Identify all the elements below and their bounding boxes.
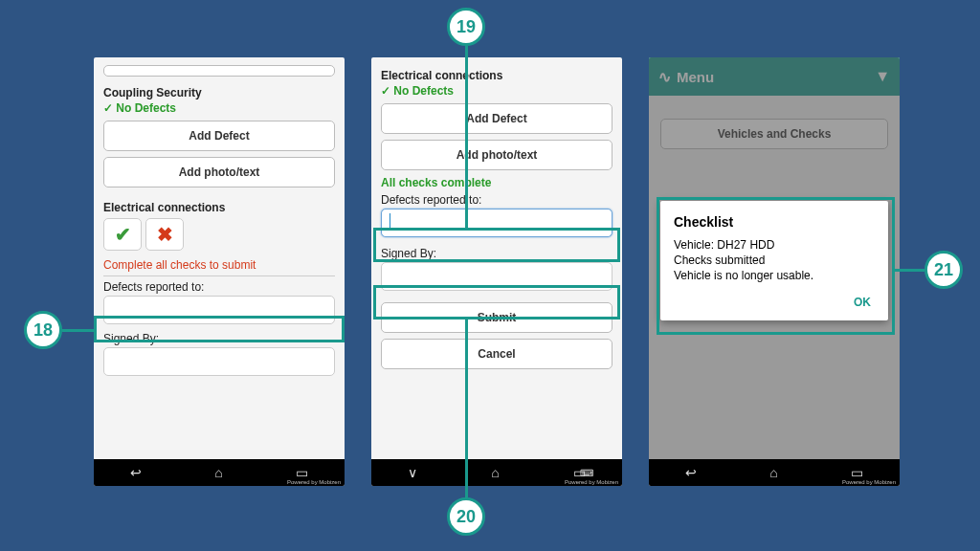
- add-defect-button[interactable]: Add Defect: [381, 103, 612, 134]
- back-icon[interactable]: ↩: [685, 465, 697, 480]
- no-defects-label: No Defects: [103, 101, 335, 115]
- dialog-line-unusable: Vehicle is no longer usable.: [674, 268, 875, 283]
- powered-by-label: Powered by Mobizen: [287, 479, 341, 485]
- incomplete-warning: Complete all checks to submit: [103, 258, 335, 272]
- signed-by-label: Signed By:: [103, 332, 335, 345]
- phone-screenshot-1: Coupling Security No Defects Add Defect …: [94, 57, 345, 486]
- defects-reported-label: Defects reported to:: [381, 193, 612, 207]
- defects-reported-input[interactable]: [103, 296, 335, 324]
- callout-connector-21: [895, 269, 924, 272]
- text-cursor: [390, 213, 390, 229]
- dialog-line-vehicle: Vehicle: DH27 HDD: [674, 237, 875, 253]
- section-electrical-title: Electrical connections: [381, 69, 612, 82]
- powered-by-label: Powered by Mobizen: [842, 479, 896, 485]
- dialog-body: Vehicle: DH27 HDD Checks submitted Vehic…: [674, 237, 875, 284]
- callout-connector-19: [465, 46, 468, 228]
- home-icon[interactable]: ⌂: [214, 465, 222, 480]
- signed-by-label: Signed By:: [381, 247, 612, 260]
- defects-reported-input[interactable]: [381, 209, 612, 237]
- fail-button[interactable]: ✖: [145, 218, 184, 251]
- recent-icon[interactable]: ▭: [851, 465, 863, 480]
- add-photo-button[interactable]: Add photo/text: [103, 157, 335, 187]
- signed-by-input[interactable]: [103, 347, 335, 376]
- all-complete-label: All checks complete: [381, 176, 612, 189]
- recent-icon[interactable]: ▭: [296, 465, 308, 480]
- defects-reported-label: Defects reported to:: [103, 276, 335, 294]
- android-navbar: ∨ ⌂ ▭ ⌨ Powered by Mobizen: [371, 459, 622, 486]
- checklist-dialog: Checklist Vehicle: DH27 HDD Checks submi…: [660, 201, 888, 320]
- home-icon[interactable]: ⌂: [491, 465, 499, 480]
- no-defects-label: No Defects: [381, 84, 612, 98]
- section-coupling-title: Coupling Security: [103, 86, 335, 99]
- keyboard-icon[interactable]: ⌨: [580, 468, 593, 478]
- callout-connector-18: [62, 329, 96, 332]
- pass-fail-row: ✔ ✖: [103, 218, 335, 251]
- add-photo-button[interactable]: Add photo/text: [381, 140, 612, 170]
- section-electrical-title: Electrical connections: [103, 201, 335, 214]
- callout-badge-20: 20: [447, 497, 485, 536]
- truncated-button: [103, 65, 335, 77]
- callout-badge-21: 21: [924, 251, 963, 289]
- callout-badge-18: 18: [24, 311, 62, 349]
- powered-by-label: Powered by Mobizen: [565, 479, 618, 485]
- phone-screenshot-2: Electrical connections No Defects Add De…: [371, 57, 622, 486]
- callout-badge-19: 19: [447, 8, 485, 46]
- cancel-button[interactable]: Cancel: [381, 339, 612, 369]
- submit-button[interactable]: Submit: [381, 302, 612, 333]
- home-icon[interactable]: ⌂: [769, 465, 777, 480]
- add-defect-button[interactable]: Add Defect: [103, 121, 335, 151]
- back-icon[interactable]: ∨: [408, 465, 417, 480]
- back-icon[interactable]: ↩: [130, 465, 142, 480]
- dialog-title: Checklist: [674, 214, 875, 230]
- dialog-ok-button[interactable]: OK: [674, 292, 875, 313]
- phone2-content: Electrical connections No Defects Add De…: [371, 57, 622, 459]
- phone3-body: ∿ Menu ▼ Vehicles and Checks Privacy Pol…: [649, 57, 900, 459]
- android-navbar: ↩ ⌂ ▭ Powered by Mobizen: [94, 459, 345, 486]
- callout-connector-20: [465, 320, 468, 497]
- pass-button[interactable]: ✔: [103, 218, 142, 251]
- android-navbar: ↩ ⌂ ▭ Powered by Mobizen: [649, 459, 900, 486]
- phone-screenshot-3: ∿ Menu ▼ Vehicles and Checks Privacy Pol…: [649, 57, 900, 486]
- dialog-line-submitted: Checks submitted: [674, 253, 875, 268]
- phone1-content: Coupling Security No Defects Add Defect …: [94, 57, 345, 459]
- signed-by-input[interactable]: [381, 262, 612, 291]
